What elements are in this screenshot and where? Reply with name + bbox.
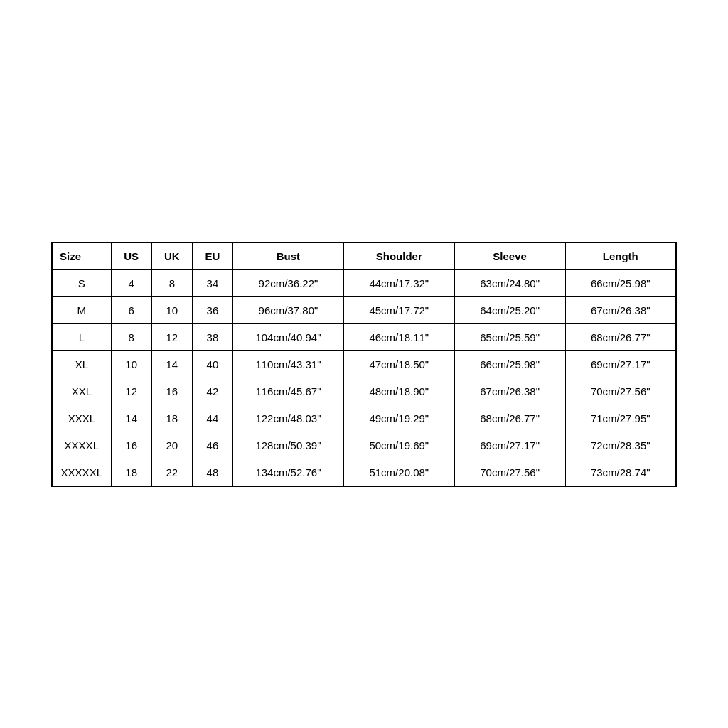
cell-length: 66cm/25.98" (565, 269, 676, 296)
cell-sleeve: 65cm/25.59" (454, 323, 565, 350)
cell-us: 8 (111, 323, 151, 350)
cell-size: XXXXXL (52, 459, 111, 486)
table-row: XXXXL162046128cm/50.39"50cm/19.69"69cm/2… (52, 432, 676, 459)
table-row: XXXXXL182248134cm/52.76"51cm/20.08"70cm/… (52, 459, 676, 486)
cell-us: 18 (111, 459, 151, 486)
table-header-row: Size US UK EU Bust Shoulder Sleeve Lengt… (52, 242, 676, 270)
cell-shoulder: 48cm/18.90" (343, 378, 454, 405)
cell-uk: 18 (151, 405, 192, 432)
cell-uk: 10 (151, 296, 192, 323)
cell-size: XXXL (52, 405, 111, 432)
header-length: Length (565, 242, 676, 270)
table-row: XXXL141844122cm/48.03"49cm/19.29"68cm/26… (52, 405, 676, 432)
cell-uk: 22 (151, 459, 192, 486)
cell-eu: 48 (192, 459, 232, 486)
header-uk: UK (151, 242, 192, 270)
cell-shoulder: 44cm/17.32" (343, 269, 454, 296)
header-eu: EU (192, 242, 232, 270)
table-row: XXL121642116cm/45.67"48cm/18.90"67cm/26.… (52, 378, 676, 405)
cell-eu: 46 (192, 432, 232, 459)
cell-uk: 16 (151, 378, 192, 405)
cell-bust: 104cm/40.94" (233, 323, 344, 350)
cell-sleeve: 70cm/27.56" (454, 459, 565, 486)
cell-size: S (52, 269, 111, 296)
cell-sleeve: 67cm/26.38" (454, 378, 565, 405)
cell-shoulder: 49cm/19.29" (343, 405, 454, 432)
header-shoulder: Shoulder (343, 242, 454, 270)
cell-size: XXXXL (52, 432, 111, 459)
cell-shoulder: 47cm/18.50" (343, 350, 454, 378)
cell-uk: 14 (151, 350, 192, 378)
cell-size: XXL (52, 378, 111, 405)
cell-us: 16 (111, 432, 151, 459)
cell-uk: 12 (151, 323, 192, 350)
cell-us: 14 (111, 405, 151, 432)
cell-length: 70cm/27.56" (565, 378, 676, 405)
cell-shoulder: 46cm/18.11" (343, 323, 454, 350)
size-chart-table: Size US UK EU Bust Shoulder Sleeve Lengt… (51, 242, 677, 487)
cell-length: 71cm/27.95" (565, 405, 676, 432)
cell-uk: 20 (151, 432, 192, 459)
cell-size: XL (52, 350, 111, 378)
cell-length: 68cm/26.77" (565, 323, 676, 350)
cell-eu: 42 (192, 378, 232, 405)
cell-sleeve: 66cm/25.98" (454, 350, 565, 378)
cell-bust: 122cm/48.03" (233, 405, 344, 432)
cell-us: 4 (111, 269, 151, 296)
table-row: M6103696cm/37.80"45cm/17.72"64cm/25.20"6… (52, 296, 676, 323)
header-sleeve: Sleeve (454, 242, 565, 270)
cell-uk: 8 (151, 269, 192, 296)
cell-bust: 92cm/36.22" (233, 269, 344, 296)
cell-eu: 38 (192, 323, 232, 350)
cell-eu: 34 (192, 269, 232, 296)
cell-length: 69cm/27.17" (565, 350, 676, 378)
size-chart-container: Size US UK EU Bust Shoulder Sleeve Lengt… (51, 242, 677, 487)
cell-us: 12 (111, 378, 151, 405)
cell-sleeve: 64cm/25.20" (454, 296, 565, 323)
cell-length: 73cm/28.74" (565, 459, 676, 486)
cell-shoulder: 51cm/20.08" (343, 459, 454, 486)
cell-bust: 110cm/43.31" (233, 350, 344, 378)
cell-bust: 128cm/50.39" (233, 432, 344, 459)
cell-us: 6 (111, 296, 151, 323)
header-size: Size (52, 242, 111, 270)
cell-shoulder: 50cm/19.69" (343, 432, 454, 459)
table-row: S483492cm/36.22"44cm/17.32"63cm/24.80"66… (52, 269, 676, 296)
cell-eu: 44 (192, 405, 232, 432)
cell-bust: 96cm/37.80" (233, 296, 344, 323)
cell-bust: 116cm/45.67" (233, 378, 344, 405)
header-us: US (111, 242, 151, 270)
table-row: XL101440110cm/43.31"47cm/18.50"66cm/25.9… (52, 350, 676, 378)
cell-bust: 134cm/52.76" (233, 459, 344, 486)
header-bust: Bust (233, 242, 344, 270)
table-row: L81238104cm/40.94"46cm/18.11"65cm/25.59"… (52, 323, 676, 350)
cell-sleeve: 68cm/26.77" (454, 405, 565, 432)
cell-eu: 40 (192, 350, 232, 378)
cell-sleeve: 63cm/24.80" (454, 269, 565, 296)
cell-us: 10 (111, 350, 151, 378)
cell-eu: 36 (192, 296, 232, 323)
cell-length: 67cm/26.38" (565, 296, 676, 323)
cell-shoulder: 45cm/17.72" (343, 296, 454, 323)
cell-size: M (52, 296, 111, 323)
cell-length: 72cm/28.35" (565, 432, 676, 459)
cell-size: L (52, 323, 111, 350)
cell-sleeve: 69cm/27.17" (454, 432, 565, 459)
